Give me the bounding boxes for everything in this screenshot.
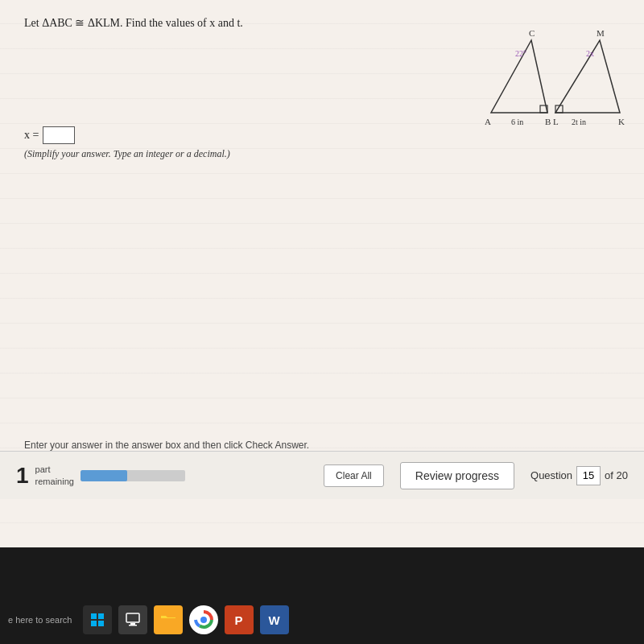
main-content: Let ΔABC ≅ ΔKLM. Find the values of x an… — [0, 0, 644, 547]
svg-rect-20 — [129, 625, 137, 626]
part-text: part remaining — [35, 464, 74, 487]
taskbar-powerpoint-icon[interactable]: P — [225, 605, 254, 634]
svg-text:C: C — [529, 28, 535, 38]
progress-bar-container — [80, 470, 185, 481]
answer-input[interactable] — [43, 126, 75, 144]
svg-rect-15 — [98, 613, 104, 619]
taskbar-monitor-icon[interactable] — [118, 605, 147, 634]
part-label: part — [35, 464, 74, 475]
svg-text:L: L — [553, 117, 559, 126]
problem-area: Let ΔABC ≅ ΔKLM. Find the values of x an… — [0, 0, 644, 200]
part-number: 1 — [16, 464, 29, 487]
taskbar: e here to search P W — [0, 596, 644, 644]
svg-text:A: A — [485, 117, 491, 126]
bottom-instruction: Enter your answer in the answer box and … — [24, 440, 644, 451]
answer-label: x = — [24, 129, 39, 142]
progress-bar-fill — [80, 470, 128, 481]
triangle-diagram: C A B 6 in 22° M L K 2t in 2x — [467, 8, 628, 137]
svg-rect-17 — [98, 621, 104, 626]
taskbar-windows-icon[interactable] — [83, 605, 112, 634]
svg-text:2t in: 2t in — [572, 118, 586, 126]
taskbar-word-icon[interactable]: W — [260, 605, 289, 634]
svg-rect-19 — [130, 623, 135, 625]
taskbar-chrome-icon[interactable] — [189, 605, 218, 634]
svg-text:22°: 22° — [515, 49, 526, 58]
question-of: of 20 — [605, 469, 628, 481]
bottom-bar: 1 part remaining Clear All Review progre… — [0, 451, 644, 499]
svg-point-23 — [200, 617, 207, 623]
svg-rect-16 — [91, 621, 97, 626]
question-nav: Question 15 of 20 — [530, 466, 628, 485]
simplify-note: (Simplify your answer. Type an integer o… — [24, 148, 620, 160]
taskbar-folder-icon[interactable] — [154, 605, 183, 634]
svg-text:K: K — [618, 117, 625, 126]
svg-text:B: B — [545, 117, 551, 126]
question-label: Question — [530, 469, 572, 481]
remaining-label: remaining — [35, 476, 74, 487]
review-progress-button[interactable]: Review progress — [400, 462, 514, 489]
question-number-box: 15 — [576, 466, 601, 485]
taskbar-search-text: e here to search — [8, 615, 72, 625]
svg-rect-14 — [91, 613, 97, 619]
parts-remaining: 1 part remaining — [16, 464, 316, 487]
svg-rect-18 — [126, 613, 139, 622]
svg-text:2x: 2x — [586, 49, 594, 58]
clear-all-button[interactable]: Clear All — [324, 464, 384, 487]
svg-text:6 in: 6 in — [511, 118, 523, 126]
svg-text:M: M — [597, 28, 605, 38]
